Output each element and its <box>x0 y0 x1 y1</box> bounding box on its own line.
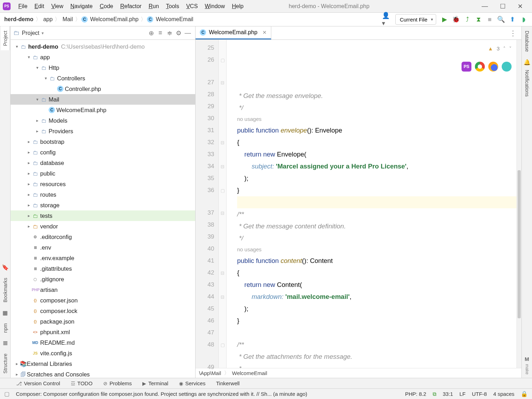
breadcrumb-part[interactable]: WelcomeEmail.php <box>89 16 140 23</box>
menu-file[interactable]: File <box>15 3 31 10</box>
tool-windows-icon[interactable]: ▢ <box>4 391 10 397</box>
tree-item[interactable]: ▾🗀Mail <box>11 94 195 105</box>
menu-view[interactable]: View <box>48 3 67 10</box>
lock-icon[interactable]: 🔒 <box>521 391 528 397</box>
tree-item[interactable]: JSvite.config.js <box>11 348 195 358</box>
run-config-select[interactable]: Current File <box>395 14 436 25</box>
tool-tab-tinkerwell[interactable]: Tinkerwell <box>216 380 240 386</box>
tool-tab-todo[interactable]: ☲TODO <box>71 380 93 386</box>
breadcrumb-root[interactable]: herd-demo <box>3 16 35 23</box>
editor-breadcrumb[interactable]: \App\Mail 〉 WelcomeEmail <box>196 368 521 378</box>
tree-item[interactable]: ▸🗀config <box>11 147 195 158</box>
tree-item[interactable]: ▾🗀app <box>11 52 195 62</box>
tree-item[interactable]: CController.php <box>11 84 195 94</box>
tree-item[interactable]: ▾🗀Http <box>11 62 195 73</box>
close-icon[interactable]: ✕ <box>518 2 523 10</box>
tree-item[interactable]: {}composer.lock <box>11 306 195 316</box>
tree-root[interactable]: ▾🗀herd-demoC:\Users\sebas\Herd\herd-demo <box>11 41 195 52</box>
npm-icon[interactable]: ▦ <box>2 307 8 319</box>
stop-icon[interactable]: ■ <box>485 14 495 24</box>
tool-tab-notifications[interactable]: Notifications <box>523 66 531 101</box>
tool-tab-npm[interactable]: npm <box>1 319 10 337</box>
coverage-icon[interactable]: ⤴ <box>462 14 472 24</box>
debug-icon[interactable]: 🐞 <box>451 14 461 24</box>
warning-icon[interactable]: ▲ <box>488 43 493 55</box>
tool-tab-structure[interactable]: Structure <box>1 349 10 378</box>
tool-tab-database[interactable]: Database <box>523 26 531 56</box>
scrollbar-thumb[interactable] <box>518 170 521 318</box>
tree-item[interactable]: ▸🗀resources <box>11 179 195 189</box>
close-tab-icon[interactable]: ✕ <box>262 30 267 35</box>
profile-icon[interactable]: ⧗ <box>474 14 483 24</box>
run-icon[interactable]: ▶ <box>440 14 450 24</box>
tree-item[interactable]: ≣.env.example <box>11 253 195 263</box>
edge-icon[interactable] <box>502 62 512 72</box>
maximize-icon[interactable]: ☐ <box>500 2 506 10</box>
tree-item[interactable]: ⚙.editorconfig <box>11 232 195 242</box>
bookmarks-icon[interactable]: 🔖 <box>2 261 9 274</box>
project-tree[interactable]: ▾🗀herd-demoC:\Users\sebas\Herd\herd-demo… <box>11 40 195 378</box>
settings-icon[interactable]: ⚙ <box>174 29 183 37</box>
tree-item[interactable]: ▸🗀routes <box>11 189 195 200</box>
tree-item[interactable]: PHPartisan <box>11 284 195 295</box>
locate-icon[interactable]: ⊕ <box>147 29 156 37</box>
breadcrumb[interactable]: herd-demo 〉 app 〉 Mail 〉 C WelcomeEmail.… <box>3 16 195 23</box>
phpstorm-icon[interactable]: PS <box>462 62 471 72</box>
tree-item[interactable]: CWelcomeEmail.php <box>11 105 195 115</box>
breadcrumb-part[interactable]: app <box>42 16 54 23</box>
tree-item[interactable]: ◌.gitignore <box>11 274 195 284</box>
tree-item[interactable]: {}composer.json <box>11 295 195 306</box>
line-gutter[interactable]: 2526272829303132333435363738394041424344… <box>196 40 219 368</box>
tree-item[interactable]: MDREADME.md <box>11 337 195 348</box>
prev-problem-icon[interactable]: ˄ <box>503 43 506 55</box>
project-view-label[interactable]: Project <box>22 30 39 36</box>
chevron-down-icon[interactable]: ▾ <box>42 31 44 36</box>
hide-icon[interactable]: ― <box>183 29 192 37</box>
ide-services-icon[interactable]: ◗ <box>519 14 528 24</box>
expand-all-icon[interactable]: ≡ <box>156 29 165 37</box>
fold-gutter[interactable]: ▢⊟⊟⊟▢⊟⊟⊟▢ <box>219 40 227 368</box>
status-message[interactable]: Composer: Composer configuration file co… <box>16 391 399 397</box>
code-editor[interactable]: ▲ 3 ˄ ˅ PS * Get the message envelope. *… <box>227 40 516 368</box>
tool-tab-bookmarks[interactable]: Bookmarks <box>1 274 10 307</box>
tree-item[interactable]: ▸🗀vendor <box>11 221 195 232</box>
tree-extra[interactable]: ▸📚External Libraries <box>11 358 195 369</box>
tool-tab-services[interactable]: ◉Services <box>179 380 206 386</box>
editor-tab[interactable]: C WelcomeEmail.php ✕ <box>196 26 271 39</box>
tree-item[interactable]: ▸🗀bootstrap <box>11 136 195 147</box>
menu-edit[interactable]: Edit <box>31 3 48 10</box>
menu-code[interactable]: Code <box>96 3 117 10</box>
tool-tab-project[interactable]: Project <box>1 26 10 50</box>
user-icon[interactable]: 👤▾ <box>382 14 392 24</box>
structure-icon[interactable]: 𝌆 <box>3 337 8 349</box>
sync-icon[interactable]: ⬆ <box>507 14 517 24</box>
menu-refactor[interactable]: Refactor <box>117 3 145 10</box>
status-php[interactable]: PHP: 8.2 <box>405 391 426 397</box>
chrome-icon[interactable] <box>475 62 485 72</box>
breadcrumb-part[interactable]: Mail <box>61 16 74 23</box>
tree-item[interactable]: ≣.env <box>11 242 195 253</box>
status-encoding[interactable]: UTF-8 <box>472 391 487 397</box>
bell-icon[interactable]: 🔔 <box>524 59 531 66</box>
search-icon[interactable]: 🔍 <box>496 14 506 24</box>
tree-extra[interactable]: ▸🗐Scratches and Consoles <box>11 369 195 378</box>
warning-count[interactable]: 3 <box>497 43 500 55</box>
status-line-separator[interactable]: LF <box>459 391 466 397</box>
tree-item[interactable]: ▾🗀Controllers <box>11 73 195 84</box>
tree-item[interactable]: ▸🗀Models <box>11 115 195 126</box>
status-cursor[interactable]: 33:1 <box>443 391 453 397</box>
tool-tab-problems[interactable]: ⊘Problems <box>103 380 132 386</box>
minimize-icon[interactable]: ― <box>482 2 488 10</box>
menu-navigate[interactable]: Navigate <box>67 3 96 10</box>
make-icon[interactable]: M <box>525 356 529 362</box>
breadcrumb-part[interactable]: WelcomeEmail <box>154 16 194 23</box>
tool-tab-make[interactable]: make <box>525 364 530 374</box>
tree-item[interactable]: ▸🗀database <box>11 158 195 168</box>
tree-item[interactable]: ▸🗀Providers <box>11 126 195 136</box>
tree-item[interactable]: {}package.json <box>11 316 195 327</box>
tree-item[interactable]: ▸🗀tests <box>11 210 195 221</box>
tree-item[interactable]: ▸🗀storage <box>11 200 195 210</box>
tree-item[interactable]: ≣.gitattributes <box>11 263 195 274</box>
editor-scrollbar[interactable] <box>516 40 521 368</box>
menu-run[interactable]: Run <box>145 3 162 10</box>
